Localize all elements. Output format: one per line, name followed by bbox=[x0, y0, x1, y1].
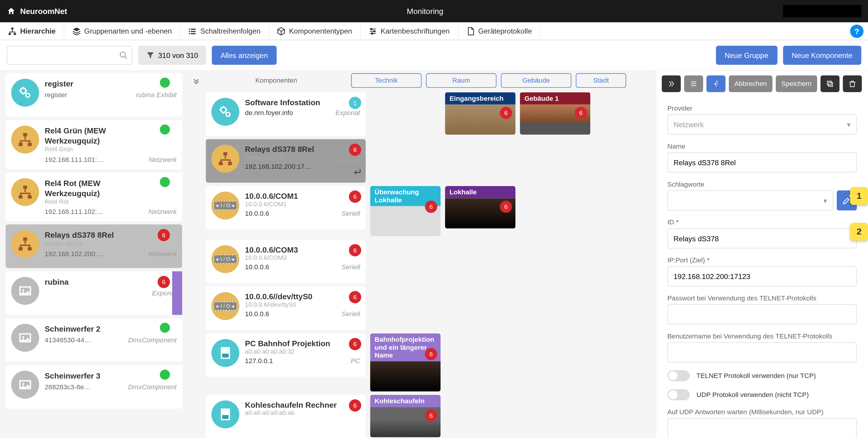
list-item[interactable]: Rel4 Rot (MEW Werkzeugquiz)Rel4 Rot192.1… bbox=[6, 172, 182, 222]
tab-gruppenarten[interactable]: Gruppenarten und -ebenen bbox=[64, 22, 180, 39]
component-meta-left: 10.0.0.6 bbox=[245, 263, 269, 271]
component-card[interactable]: PC Bahnhof Projektiona0:a0:a0:a0:a0:3212… bbox=[206, 333, 365, 377]
col-stadt[interactable]: Stadt bbox=[576, 73, 626, 88]
component-card[interactable]: Software Infostationde.nrn.foyer.infoExp… bbox=[206, 92, 365, 136]
name-field[interactable] bbox=[667, 153, 857, 173]
group-card[interactable]: Lokhalle6 bbox=[445, 186, 516, 229]
tab-label: Hierarchie bbox=[20, 27, 56, 35]
provider-select[interactable]: Netzwerk ▾ bbox=[667, 114, 857, 135]
tab-hierarchie[interactable]: Hierarchie bbox=[0, 22, 64, 39]
group-card[interactable]: Gebäude 16 bbox=[520, 92, 590, 135]
list-item[interactable]: rubinaExponat6 bbox=[6, 271, 182, 315]
new-group-button[interactable]: Neue Gruppe bbox=[716, 46, 777, 65]
brand[interactable]: NeuroomNet bbox=[7, 7, 67, 16]
filter-button[interactable]: 310 von 310 bbox=[138, 46, 206, 65]
list-item[interactable]: Rel4 Grün (MEW Werkzeugquiz)Rel4 Grün192… bbox=[6, 120, 182, 169]
tab-kartenbeschriftungen[interactable]: Kartenbeschriftungen bbox=[361, 22, 458, 39]
ipport-field[interactable] bbox=[667, 266, 857, 287]
list-view-button[interactable] bbox=[684, 75, 703, 92]
status-badge: 6 bbox=[500, 201, 512, 213]
col-raum[interactable]: Raum bbox=[426, 73, 496, 88]
component-subtitle: Relays dS378 bbox=[245, 154, 360, 161]
component-card[interactable]: ▸ I / O ◂10.0.0.6/COM110.0.0.6/COM110.0.… bbox=[206, 186, 365, 230]
tags-select[interactable]: ▾ bbox=[667, 191, 833, 211]
svg-point-10 bbox=[374, 30, 375, 32]
status-dot bbox=[160, 77, 170, 88]
component-icon bbox=[211, 98, 239, 126]
search-input[interactable] bbox=[7, 46, 133, 65]
label-ipport: IP:Port (Ziel) * bbox=[667, 256, 857, 264]
component-title: Software Infostation bbox=[245, 98, 360, 107]
search-icon[interactable] bbox=[119, 51, 128, 62]
tab-label: Schaltreihenfolgen bbox=[200, 27, 260, 35]
label-name: Name bbox=[667, 142, 857, 150]
item-meta-right: Netzwerk bbox=[149, 208, 177, 215]
center-grid[interactable]: Komponenten Technik Raum Gebäude Stadt S… bbox=[182, 71, 656, 438]
show-all-button[interactable]: Alles anzeigen bbox=[212, 46, 277, 65]
list-item[interactable]: Relays dS378 8RelRelays dS378192.168.102… bbox=[6, 225, 182, 268]
component-subtitle: 10.0.0.6/COM1 bbox=[245, 201, 360, 207]
group-card[interactable]: Kohleschaufeln6 bbox=[370, 395, 440, 437]
group-card[interactable]: Bahnhofprojektion und ein längerer Name6 bbox=[370, 333, 440, 391]
list-icon bbox=[690, 79, 698, 88]
group-card[interactable]: Überwachung Lokhalle6 bbox=[370, 186, 440, 236]
svg-point-9 bbox=[371, 28, 372, 29]
toggle-udp[interactable] bbox=[667, 389, 689, 401]
component-title: Relays dS378 8Rel bbox=[245, 145, 360, 154]
svg-rect-39 bbox=[222, 410, 228, 411]
new-component-button[interactable]: Neue Komponente bbox=[783, 46, 862, 65]
component-card[interactable]: ▸ I / O ◂10.0.0.6/COM310.0.0.6/COM310.0.… bbox=[206, 239, 365, 283]
run-button[interactable] bbox=[707, 75, 725, 92]
properties-panel: Abbrechen Speichern Provider Netzwerk ▾ … bbox=[656, 71, 868, 438]
tab-geraeteprotokolle[interactable]: Geräteprotokolle bbox=[458, 22, 540, 39]
component-title: 10.0.0.6/COM3 bbox=[245, 245, 360, 254]
col-gebaeude[interactable]: Gebäude bbox=[501, 73, 571, 88]
toggle-telnet[interactable] bbox=[667, 370, 689, 381]
item-title: Rel4 Grün (MEW Werkzeugquiz) bbox=[44, 126, 137, 146]
svg-rect-16 bbox=[19, 143, 23, 146]
delete-button[interactable] bbox=[843, 75, 862, 92]
help-button[interactable]: ? bbox=[850, 25, 864, 38]
group-card[interactable]: Eingangsbereich6 bbox=[445, 92, 516, 135]
telnet-username-field[interactable] bbox=[667, 342, 857, 363]
item-subtitle: Relays dS378 bbox=[44, 240, 176, 248]
list-item[interactable]: Scheinwerfer 241346530-44…DmxComponent bbox=[6, 318, 182, 362]
status-dot bbox=[160, 370, 170, 380]
svg-rect-45 bbox=[829, 82, 833, 86]
cancel-button[interactable]: Abbrechen bbox=[729, 75, 773, 92]
collapse-panel-button[interactable] bbox=[662, 75, 681, 92]
tab-komponententypen[interactable]: Komponententypen bbox=[269, 22, 361, 39]
col-technik[interactable]: Technik bbox=[351, 73, 422, 88]
list-icon bbox=[188, 27, 197, 35]
list-item[interactable]: registerregisterrubina Exhibit bbox=[6, 73, 182, 117]
svg-point-14 bbox=[26, 93, 30, 97]
item-icon bbox=[11, 126, 39, 154]
svg-rect-46 bbox=[828, 81, 831, 85]
expand-all-button[interactable] bbox=[187, 73, 206, 89]
svg-rect-20 bbox=[28, 195, 32, 198]
component-card[interactable]: Relays dS378 8RelRelays dS378192.168.102… bbox=[206, 139, 365, 183]
home-icon bbox=[7, 7, 16, 16]
item-meta-left: 192.168.111.101:5… bbox=[44, 156, 106, 163]
enter-icon[interactable] bbox=[352, 168, 361, 178]
component-card[interactable]: ▸ I / O ◂10.0.0.6//dev/ttyS010.0.0.6//de… bbox=[206, 287, 365, 330]
callout-1: 1 bbox=[850, 187, 868, 205]
component-meta-right: Exponat bbox=[335, 109, 360, 116]
component-card[interactable]: Kohleschaufeln Rechnera0:a0:a0:a0:a0:ab6 bbox=[206, 395, 365, 438]
left-list[interactable]: registerregisterrubina ExhibitRel4 Grün … bbox=[0, 71, 182, 438]
id-field[interactable] bbox=[667, 228, 857, 248]
component-icon: ▸ I / O ◂ bbox=[211, 292, 239, 320]
svg-rect-21 bbox=[23, 237, 27, 241]
telnet-password-field[interactable] bbox=[667, 304, 857, 325]
list-item[interactable]: Scheinwerfer 3288283c3-8e…DmxComponent bbox=[6, 365, 182, 409]
save-button[interactable]: Speichern bbox=[776, 75, 817, 92]
udp-wait-field[interactable] bbox=[667, 418, 857, 438]
status-badge: 6 bbox=[500, 107, 512, 119]
toggle-telnet-label: TELNET Protokoll verwenden (nur TCP) bbox=[696, 372, 816, 379]
tab-schaltreihenfolgen[interactable]: Schaltreihenfolgen bbox=[180, 22, 269, 39]
svg-point-11 bbox=[371, 32, 373, 34]
item-meta-right: DmxComponent bbox=[128, 336, 177, 344]
stripe bbox=[172, 271, 182, 315]
status-badge: 6 bbox=[425, 201, 437, 213]
copy-button[interactable] bbox=[820, 75, 839, 92]
